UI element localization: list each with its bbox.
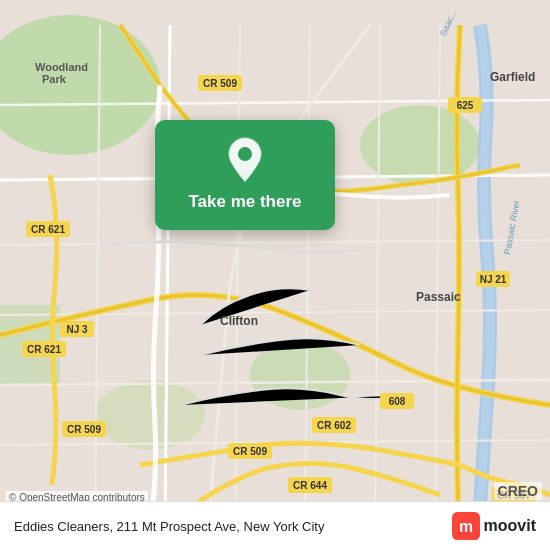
svg-text:Woodland: Woodland xyxy=(35,61,88,73)
svg-text:Garfield: Garfield xyxy=(490,70,535,84)
moovit-text: moovit xyxy=(484,517,536,535)
take-me-there-label: Take me there xyxy=(188,192,301,212)
svg-text:NJ 3: NJ 3 xyxy=(66,324,88,335)
svg-text:Clifton: Clifton xyxy=(220,314,258,328)
svg-text:CR 602: CR 602 xyxy=(317,420,351,431)
address-text: Eddies Cleaners, 211 Mt Prospect Ave, Ne… xyxy=(14,519,452,534)
svg-text:NJ 21: NJ 21 xyxy=(480,274,507,285)
svg-text:Saac...: Saac... xyxy=(438,8,459,38)
svg-text:CR 509: CR 509 xyxy=(67,424,101,435)
svg-line-7 xyxy=(0,240,550,245)
svg-point-4 xyxy=(95,380,205,450)
take-me-there-card[interactable]: Take me there xyxy=(155,120,335,230)
moovit-icon: m xyxy=(452,512,480,540)
map-container: CR 509 CR 621 NJ 3 CR 621 CR 509 NJ 21 6… xyxy=(0,0,550,550)
svg-text:CR 644: CR 644 xyxy=(293,480,327,491)
svg-text:m: m xyxy=(459,518,473,535)
svg-text:CR 621: CR 621 xyxy=(27,344,61,355)
svg-text:608: 608 xyxy=(389,396,406,407)
map-svg: CR 509 CR 621 NJ 3 CR 621 CR 509 NJ 21 6… xyxy=(0,0,550,550)
svg-point-0 xyxy=(0,15,160,155)
svg-point-49 xyxy=(238,147,252,161)
bottom-bar: Eddies Cleaners, 211 Mt Prospect Ave, Ne… xyxy=(0,501,550,550)
svg-text:Park: Park xyxy=(42,73,67,85)
svg-text:CR 509: CR 509 xyxy=(233,446,267,457)
svg-text:Passaic: Passaic xyxy=(416,290,461,304)
svg-line-14 xyxy=(305,25,310,525)
svg-text:CR 509: CR 509 xyxy=(203,78,237,89)
creo-watermark: CREO xyxy=(494,482,542,500)
svg-text:CR 621: CR 621 xyxy=(31,224,65,235)
svg-text:625: 625 xyxy=(457,100,474,111)
svg-text:Passaic River: Passaic River xyxy=(502,199,521,255)
moovit-logo: m moovit xyxy=(452,512,536,540)
pin-icon xyxy=(221,136,269,184)
